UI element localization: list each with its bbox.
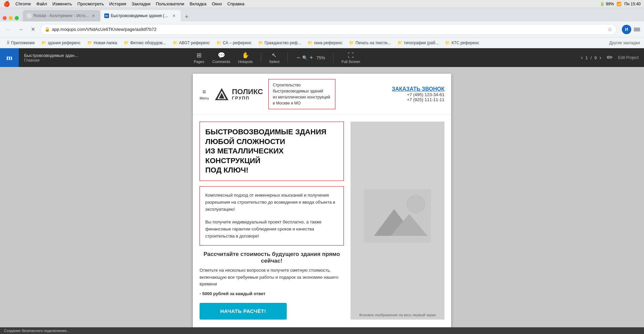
reload-button[interactable]: ✕ xyxy=(28,25,38,34)
window-menu[interactable]: Окно xyxy=(212,1,222,6)
tab-close-moqups[interactable]: ✕ xyxy=(171,13,177,18)
bottom-section: Рассчитайте стоимость вашего здания прям… xyxy=(193,326,451,327)
bookmark-pechat[interactable]: 📁 Печать на тексти... xyxy=(346,40,393,46)
folder-icon-7: 📁 xyxy=(308,41,313,45)
edit-project-button[interactable]: ✏ xyxy=(607,53,613,62)
address-input[interactable]: 🔒 app.moqups.com/VNdAcUe6TK/view/page/aa… xyxy=(40,24,616,35)
tab-menu[interactable]: Вкладка xyxy=(190,1,206,6)
bookmarks-bar: ⠿ Приложения 📁 здания референс 📁 Новая п… xyxy=(0,38,644,48)
forward-button[interactable]: → xyxy=(16,25,25,34)
order-call-link[interactable]: ЗАКАЗАТЬ ЗВОНОК xyxy=(392,86,444,92)
bookmark-star-icon[interactable]: ☆ xyxy=(607,26,612,32)
comments-icon: 💬 xyxy=(218,52,225,59)
bookmark-new-folder[interactable]: 📁 Новая папка xyxy=(85,40,120,46)
project-name: Быстровозводимые здан... xyxy=(24,53,78,58)
lock-icon: 🔒 xyxy=(45,27,50,32)
menu-label: Menu xyxy=(200,96,209,100)
bookmark-pechat-label: Печать на тексти... xyxy=(356,41,391,45)
battery-icon: 🔋 99% xyxy=(600,2,614,6)
profile-button[interactable]: И xyxy=(622,25,631,34)
page-canvas: ≡ Menu ПОЛИКС ГРУПП xyxy=(193,74,451,327)
file-menu[interactable]: Файл xyxy=(36,1,47,6)
bookmark-fitness[interactable]: 📁 Фитнес оборудов... xyxy=(121,40,168,46)
close-button[interactable] xyxy=(3,16,7,20)
moqups-header: m Быстровозводимые здан... Главная ⊞ Pag… xyxy=(0,48,644,67)
toolbar-divider-3 xyxy=(333,53,333,63)
bookmark-okna-label: окна референс xyxy=(314,41,342,45)
canvas-area[interactable]: ≡ Menu ПОЛИКС ГРУПП xyxy=(0,67,644,327)
bookmark-apps[interactable]: ⠿ Приложения xyxy=(4,40,37,46)
tab-favicon-moqups: m xyxy=(104,13,109,18)
bookmark-ca-label: СА – референс xyxy=(223,41,252,45)
bookmark-abgt[interactable]: 📁 ABGT референс xyxy=(170,40,213,46)
tagline-box: Строительство быстровозводимых зданий из… xyxy=(268,79,335,109)
bookmark-abgt-label: ABGT референс xyxy=(179,41,210,45)
comments-label: Comments xyxy=(212,60,230,64)
folder-icon-4: 📁 xyxy=(173,41,178,45)
back-button[interactable]: ← xyxy=(4,25,13,34)
zoom-minus-button[interactable]: − xyxy=(296,54,301,61)
hero-title: БЫСТРОВОЗВОДИМЫЕ ЗДАНИЯ ЛЮБОЙ СЛОЖНОСТИ … xyxy=(205,127,338,175)
cta-title: Рассчитайте стоимость будущего здания пр… xyxy=(200,251,344,264)
bookmark-zdania[interactable]: 📁 здания референс xyxy=(39,40,83,46)
folder-icon-5: 📁 xyxy=(216,41,221,45)
tagline-line1: Строительство быстровозводимых зданий xyxy=(273,82,331,94)
tab-roistat[interactable]: Roistat - Коллтрекинг - Исто... ✕ xyxy=(23,10,100,21)
page-navigation: ‹ 1 / 9 › xyxy=(581,55,601,61)
image-placeholder-svg xyxy=(364,186,431,246)
edit-menu[interactable]: Изменить xyxy=(52,1,72,6)
hotspots-icon: ✋ xyxy=(242,52,249,59)
tab-close-roistat[interactable]: ✕ xyxy=(91,13,96,18)
current-page: 1 xyxy=(585,55,588,60)
apple-menu[interactable]: 🍎 xyxy=(3,1,10,7)
chrome-menu-button[interactable] xyxy=(634,28,640,31)
order-call[interactable]: ЗАКАЗАТЬ ЗВОНОК +7 (495) 123-34-61 +7 (9… xyxy=(392,86,444,102)
status-text: Создание безопасного подключения... xyxy=(4,329,69,333)
zoom-plus-button[interactable]: + xyxy=(309,54,314,61)
bookmarks-more[interactable]: Другие закладки xyxy=(609,41,640,45)
fullscreen-tool[interactable]: ⛶ Full Screen xyxy=(341,52,360,64)
bookmark-kts[interactable]: 📁 КТС референс xyxy=(442,40,482,46)
image-caption: Фоновое изображение на весь первый экран xyxy=(356,310,439,320)
tagline-line2: из металлических конструкций в Москве и … xyxy=(273,94,331,106)
cta-button[interactable]: НАЧАТЬ РАСЧЁТ! xyxy=(200,303,287,320)
address-right: ☆ xyxy=(607,26,612,32)
menu-toggle[interactable]: ≡ Menu xyxy=(200,88,209,100)
comments-tool[interactable]: 💬 Comments xyxy=(212,52,230,64)
prev-page-button[interactable]: ‹ xyxy=(581,55,583,61)
hotspots-tool[interactable]: ✋ Hotspots xyxy=(238,52,253,64)
hero-left: БЫСТРОВОЗВОДИМЫЕ ЗДАНИЯ ЛЮБОЙ СЛОЖНОСТИ … xyxy=(200,122,344,320)
select-tool[interactable]: ↖ Select xyxy=(269,52,280,64)
apps-icon: ⠿ xyxy=(7,41,10,45)
total-pages: 9 xyxy=(594,55,597,60)
tab-moqups[interactable]: m Быстровозводимые здания (М... ✕ xyxy=(100,10,181,21)
maximize-button[interactable] xyxy=(15,16,19,20)
moqups-toolbar: ⊞ Pages 💬 Comments ✋ Hotspots ↖ Select xyxy=(194,52,360,64)
new-tab-button[interactable]: + xyxy=(182,12,192,21)
hero-title-box: БЫСТРОВОЗВОДИМЫЕ ЗДАНИЯ ЛЮБОЙ СЛОЖНОСТИ … xyxy=(200,122,344,181)
tab-favicon-roistat xyxy=(27,13,32,18)
help-menu[interactable]: Справка xyxy=(227,1,245,6)
chrome-menu[interactable]: Chrome xyxy=(15,1,31,6)
users-menu[interactable]: Пользователи xyxy=(156,1,184,6)
bookmark-okna[interactable]: 📁 окна референс xyxy=(305,40,345,46)
view-menu[interactable]: Просмотреть xyxy=(77,1,104,6)
toolbar-divider-1 xyxy=(261,53,261,63)
moqups-right: ‹ 1 / 9 › ✏ Edit Project xyxy=(581,53,644,62)
bookmark-kts-label: КТС референс xyxy=(451,41,479,45)
placeholder-image xyxy=(351,122,444,310)
history-menu[interactable]: История xyxy=(109,1,126,6)
bookmarks-menu[interactable]: Закладки xyxy=(131,1,150,6)
hero-title-line4: ПОД КЛЮЧ! xyxy=(205,166,248,174)
bookmark-ca[interactable]: 📁 СА – референс xyxy=(214,40,254,46)
pages-icon: ⊞ xyxy=(197,52,202,59)
bookmark-grazhdanstvo[interactable]: 📁 Гражданство реф... xyxy=(256,40,304,46)
folder-icon-1: 📁 xyxy=(41,41,46,45)
folder-icon-6: 📁 xyxy=(258,41,263,45)
next-page-button[interactable]: › xyxy=(599,55,601,61)
hotspots-label: Hotspots xyxy=(238,60,253,64)
bookmark-typography[interactable]: 📁 типография (раб... xyxy=(395,40,441,46)
pages-label: Pages xyxy=(194,60,204,64)
minimize-button[interactable] xyxy=(9,16,13,20)
pages-tool[interactable]: ⊞ Pages xyxy=(194,52,204,64)
